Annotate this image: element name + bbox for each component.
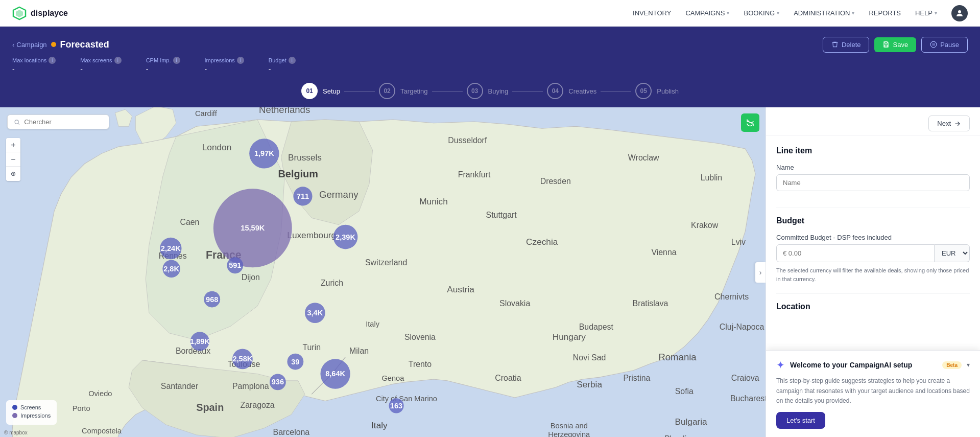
nav-administration[interactable]: ADMINISTRATION ▾ (794, 9, 854, 17)
city-label-budapest: Budapest (579, 323, 614, 331)
delete-button[interactable]: Delete (823, 37, 870, 53)
cluster-10[interactable]: 3,4K (305, 303, 325, 323)
zoom-out-button[interactable]: − (6, 152, 20, 167)
search-icon (14, 119, 20, 126)
svg-text:591: 591 (229, 261, 241, 269)
map-area[interactable]: + − ⊕ › (0, 107, 766, 437)
cluster-1[interactable]: 1,97K (249, 139, 279, 168)
city-label-craiova: Craiova (731, 374, 759, 382)
svg-text:2,8K: 2,8K (163, 265, 179, 273)
lets-start-button[interactable]: Let's start (776, 412, 825, 429)
step-connector-4 (601, 91, 631, 91)
step-label-publish: Publish (657, 87, 679, 95)
cluster-12[interactable]: 39 (287, 354, 303, 370)
city-label-zurich: Zurich (321, 279, 343, 287)
step-publish[interactable]: 05 Publish (635, 83, 679, 99)
pause-button[interactable]: Pause (921, 37, 968, 53)
city-label-dresden: Dresden (540, 177, 571, 186)
city-label-chernivts: Chernivts (714, 292, 749, 301)
nav-reports[interactable]: REPORTS (869, 9, 901, 17)
name-input[interactable] (776, 174, 970, 191)
main-layout: + − ⊕ › (0, 107, 980, 437)
cluster-14[interactable]: 8,64K (320, 359, 350, 388)
city-label-porto: Porto (73, 404, 90, 412)
nav-booking[interactable]: BOOKING ▾ (744, 9, 779, 17)
section-divider-2 (776, 293, 970, 294)
search-input[interactable] (24, 118, 103, 126)
cluster-5[interactable]: 2,39K (333, 225, 358, 249)
map-refresh-button[interactable] (741, 113, 759, 132)
step-connector-1 (344, 91, 375, 91)
pause-icon (930, 41, 937, 48)
step-buying[interactable]: 03 Buying (467, 83, 509, 99)
logo[interactable]: displayce (12, 6, 68, 20)
stat-max-locations: Max locations i - (12, 57, 56, 73)
country-label-italy: Italy (371, 420, 388, 430)
cluster-8[interactable]: 968 (204, 291, 220, 308)
step-circle-04[interactable]: 04 (547, 83, 563, 99)
budget-input[interactable] (776, 244, 935, 262)
svg-text:2,58K: 2,58K (232, 355, 252, 363)
svg-text:8,64K: 8,64K (325, 370, 345, 378)
legend-screens-label: Screens (20, 404, 41, 410)
legend-impressions: Impressions (12, 412, 51, 419)
refresh-icon (746, 118, 755, 127)
user-avatar[interactable] (951, 5, 968, 21)
step-circle-05[interactable]: 05 (635, 83, 652, 99)
zoom-in-button[interactable]: + (6, 138, 20, 152)
ai-header: ✦ Welcome to your CampaignAI setup Beta … (776, 359, 970, 371)
city-label-krakow: Krakow (691, 221, 719, 229)
cluster-15[interactable]: 163 (389, 398, 403, 413)
back-link[interactable]: ‹ Campaign (12, 41, 47, 49)
step-setup[interactable]: 01 Setup (301, 83, 340, 99)
cluster-13[interactable]: 936 (270, 374, 286, 390)
ai-assistant: ✦ Welcome to your CampaignAI setup Beta … (766, 350, 980, 437)
nav-inventory[interactable]: INVENTORY (633, 9, 671, 17)
currency-select[interactable]: EUR USD GBP (935, 244, 970, 262)
map-svg: France Germany Spain Austria Switzerland… (0, 107, 766, 437)
country-label-croatia: Croatia (495, 374, 521, 382)
next-arrow-icon (954, 120, 961, 127)
svg-text:39: 39 (291, 358, 299, 366)
svg-text:1,97K: 1,97K (254, 149, 274, 157)
zoom-reset-button[interactable]: ⊕ (6, 167, 20, 181)
cluster-2[interactable]: 711 (293, 187, 312, 205)
ai-sparkle-icon: ✦ (776, 359, 785, 371)
step-circle-01[interactable]: 01 (301, 83, 318, 99)
city-label-turin: Turin (302, 343, 321, 352)
cluster-big[interactable]: 15,59K (213, 189, 292, 267)
budget-title: Budget (776, 216, 970, 225)
svg-text:968: 968 (206, 295, 218, 304)
info-icon-screens: i (114, 57, 122, 64)
city-label-zaragoza: Zaragoza (240, 401, 274, 409)
cluster-3[interactable]: 2,24K (160, 238, 181, 259)
ai-collapse-icon[interactable]: ▾ (967, 361, 970, 369)
city-label-oviedo: Oviedo (88, 389, 112, 398)
svg-text:163: 163 (390, 402, 402, 410)
cluster-11[interactable]: 2,58K (232, 349, 253, 369)
step-creatives[interactable]: 04 Creatives (547, 83, 596, 99)
map-expand-button[interactable]: › (755, 262, 766, 283)
step-circle-02[interactable]: 02 (379, 83, 395, 99)
save-button[interactable]: Save (874, 37, 916, 52)
step-circle-03[interactable]: 03 (467, 83, 483, 99)
nav-help[interactable]: HELP ▾ (915, 9, 937, 17)
svg-text:3,4K: 3,4K (307, 309, 323, 317)
svg-rect-4 (885, 45, 888, 47)
svg-point-5 (930, 41, 937, 48)
committed-budget-label: Committed Budget - DSP fees included (776, 234, 970, 241)
next-button[interactable]: Next (928, 116, 970, 131)
cluster-6[interactable]: 591 (227, 257, 243, 273)
legend-impressions-dot (12, 413, 17, 418)
country-label-spain: Spain (196, 402, 224, 413)
right-panel: Next Line item Name Budget Committed Bud… (766, 107, 980, 437)
logo-text: displayce (31, 9, 68, 18)
line-item-title: Line item (776, 146, 970, 155)
svg-text:1,89K: 1,89K (190, 337, 210, 346)
city-label-vienna: Vienna (651, 248, 676, 257)
svg-text:15,59K: 15,59K (241, 224, 265, 232)
cluster-7[interactable]: 2,8K (162, 260, 180, 278)
nav-campaigns[interactable]: CAMPAIGNS ▾ (685, 9, 729, 17)
city-label-munich: Munich (419, 196, 448, 206)
step-targeting[interactable]: 02 Targeting (379, 83, 427, 99)
